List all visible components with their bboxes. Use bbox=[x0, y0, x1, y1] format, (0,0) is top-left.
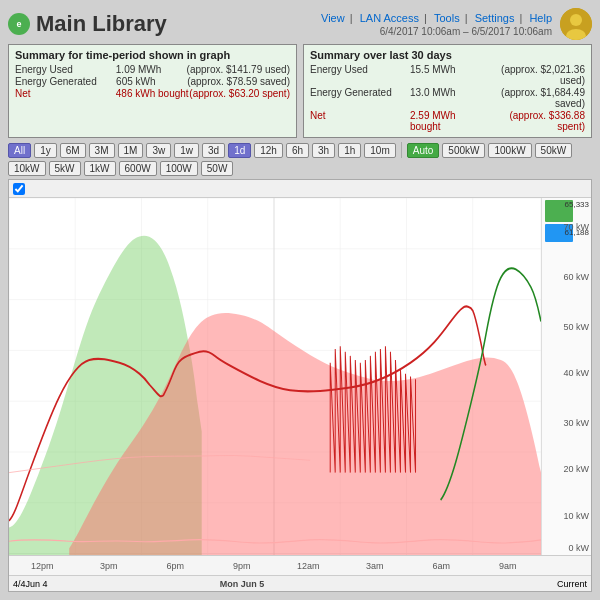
sr-value-0: 15.5 MWh bbox=[410, 64, 480, 86]
sr-value-1: 13.0 MWh bbox=[410, 87, 480, 109]
summary-right-row-0: Energy Used 15.5 MWh (approx. $2,021.36 … bbox=[310, 64, 585, 86]
sl-label-2: Net bbox=[15, 88, 115, 99]
header: e Main Library View | LAN Access | Tools… bbox=[8, 8, 592, 40]
btn-all[interactable]: All bbox=[8, 143, 31, 158]
x-label-12pm: 12pm bbox=[9, 556, 76, 575]
sl-approx-0: (approx. $141.79 used) bbox=[187, 64, 290, 75]
y-label-20kw: 20 kW bbox=[563, 464, 589, 474]
sl-approx-2: (approx. $63.20 spent) bbox=[189, 88, 290, 99]
controls-row: All 1y 6M 3M 1M 3w 1w 3d 1d 12h 6h 3h 1h… bbox=[8, 142, 592, 176]
btn-100kw[interactable]: 100kW bbox=[488, 143, 531, 158]
x-label-9pm: 9pm bbox=[209, 556, 276, 575]
summary-left-row-2: Net 486 kWh bought (approx. $63.20 spent… bbox=[15, 88, 290, 99]
btn-3w[interactable]: 3w bbox=[146, 143, 171, 158]
summary-left-row-1: Energy Generated 605 kWh (approx. $78.59… bbox=[15, 76, 290, 87]
bottom-row: 4/4Jun 4 Mon Jun 5 Current bbox=[9, 575, 591, 591]
x-label-6pm: 6pm bbox=[142, 556, 209, 575]
logo-area: e Main Library bbox=[8, 11, 167, 37]
sl-value-0: 1.09 MWh bbox=[116, 64, 186, 75]
x-label-9am: 9am bbox=[475, 556, 542, 575]
chart-checkbox[interactable] bbox=[13, 183, 25, 195]
sl-value-1: 605 kWh bbox=[116, 76, 186, 87]
btn-1d[interactable]: 1d bbox=[228, 143, 251, 158]
summary-right-title: Summary over last 30 days bbox=[310, 49, 585, 61]
y-label-60kw: 60 kW bbox=[563, 272, 589, 282]
y-label-50kw: 50 kW bbox=[563, 322, 589, 332]
header-right: View | LAN Access | Tools | Settings | H… bbox=[317, 12, 552, 37]
x-axis: 12pm 3pm 6pm 9pm 12am 3am 6am 9am bbox=[9, 555, 591, 575]
btn-6h[interactable]: 6h bbox=[286, 143, 309, 158]
app-title: Main Library bbox=[36, 11, 167, 37]
sl-label-1: Energy Generated bbox=[15, 76, 115, 87]
btn-1w[interactable]: 1w bbox=[174, 143, 199, 158]
btn-1y[interactable]: 1y bbox=[34, 143, 57, 158]
sr-value-2: 2.59 MWh bought bbox=[410, 110, 485, 132]
nav-settings[interactable]: Settings bbox=[475, 12, 515, 24]
sr-approx-1: (approx. $1,684.49 saved) bbox=[480, 87, 585, 109]
btn-50kw[interactable]: 50kW bbox=[535, 143, 573, 158]
btn-6m[interactable]: 6M bbox=[60, 143, 86, 158]
sl-label-0: Energy Used bbox=[15, 64, 115, 75]
btn-3m[interactable]: 3M bbox=[89, 143, 115, 158]
x-scale-spacer bbox=[541, 556, 591, 575]
btn-10m[interactable]: 10m bbox=[364, 143, 395, 158]
y-label-70kw: 70 kW bbox=[563, 222, 589, 232]
summary-left-title: Summary for time-period shown in graph bbox=[15, 49, 290, 61]
egauge-logo: e bbox=[8, 13, 30, 35]
summary-left: Summary for time-period shown in graph E… bbox=[8, 44, 297, 138]
summary-row: Summary for time-period shown in graph E… bbox=[8, 44, 592, 138]
checkbox-row bbox=[9, 180, 591, 198]
btn-50w[interactable]: 50W bbox=[201, 161, 234, 176]
bottom-right-label: Current bbox=[557, 579, 587, 589]
btn-1h[interactable]: 1h bbox=[338, 143, 361, 158]
btn-5kw[interactable]: 5kW bbox=[49, 161, 81, 176]
summary-right: Summary over last 30 days Energy Used 15… bbox=[303, 44, 592, 138]
btn-500kw[interactable]: 500kW bbox=[442, 143, 485, 158]
nav-view[interactable]: View bbox=[321, 12, 345, 24]
date-marker-jun5: Mon Jun 5 bbox=[220, 579, 265, 589]
x-label-12am: 12am bbox=[275, 556, 342, 575]
sl-approx-1: (approx. $78.59 saved) bbox=[187, 76, 290, 87]
bottom-left-label: 4/4Jun 4 bbox=[13, 579, 48, 589]
btn-10kw[interactable]: 10kW bbox=[8, 161, 46, 176]
date-range: 6/4/2017 10:06am – 6/5/2017 10:06am bbox=[380, 26, 552, 37]
btn-1kw[interactable]: 1kW bbox=[84, 161, 116, 176]
btn-3h[interactable]: 3h bbox=[312, 143, 335, 158]
scale-value-1: 65,333 bbox=[565, 200, 589, 210]
x-label-3pm: 3pm bbox=[76, 556, 143, 575]
chart-main bbox=[9, 198, 541, 555]
user-avatar[interactable] bbox=[560, 8, 592, 40]
nav-links: View | LAN Access | Tools | Settings | H… bbox=[317, 12, 552, 24]
btn-auto[interactable]: Auto bbox=[407, 143, 440, 158]
app-container: e Main Library View | LAN Access | Tools… bbox=[0, 0, 600, 600]
y-label-30kw: 30 kW bbox=[563, 418, 589, 428]
sl-value-2: 486 kWh bought bbox=[116, 88, 189, 99]
sr-label-1: Energy Generated bbox=[310, 87, 410, 109]
sr-label-2: Net bbox=[310, 110, 410, 132]
sr-approx-2: (approx. $336.88 spent) bbox=[485, 110, 585, 132]
x-label-6am: 6am bbox=[408, 556, 475, 575]
y-label-0kw: 0 kW bbox=[568, 543, 589, 553]
svg-point-1 bbox=[570, 14, 582, 26]
btn-1m[interactable]: 1M bbox=[118, 143, 144, 158]
summary-right-row-1: Energy Generated 13.0 MWh (approx. $1,68… bbox=[310, 87, 585, 109]
summary-left-row-0: Energy Used 1.09 MWh (approx. $141.79 us… bbox=[15, 64, 290, 75]
chart-svg bbox=[9, 198, 541, 555]
nav-tools[interactable]: Tools bbox=[434, 12, 460, 24]
btn-12h[interactable]: 12h bbox=[254, 143, 283, 158]
chart-right-scale: 65,333 61,188 70 kW 60 kW 50 kW 40 kW 30… bbox=[541, 198, 591, 555]
btn-3d[interactable]: 3d bbox=[202, 143, 225, 158]
logo-text: e bbox=[16, 19, 21, 29]
y-label-10kw: 10 kW bbox=[563, 511, 589, 521]
sr-label-0: Energy Used bbox=[310, 64, 410, 86]
separator-1 bbox=[401, 142, 402, 158]
btn-100w[interactable]: 100W bbox=[160, 161, 198, 176]
nav-lan[interactable]: LAN Access bbox=[360, 12, 419, 24]
x-label-3am: 3am bbox=[342, 556, 409, 575]
summary-right-row-2: Net 2.59 MWh bought (approx. $336.88 spe… bbox=[310, 110, 585, 132]
y-label-40kw: 40 kW bbox=[563, 368, 589, 378]
nav-help[interactable]: Help bbox=[529, 12, 552, 24]
sr-approx-0: (approx. $2,021.36 used) bbox=[480, 64, 585, 86]
btn-600w[interactable]: 600W bbox=[119, 161, 157, 176]
